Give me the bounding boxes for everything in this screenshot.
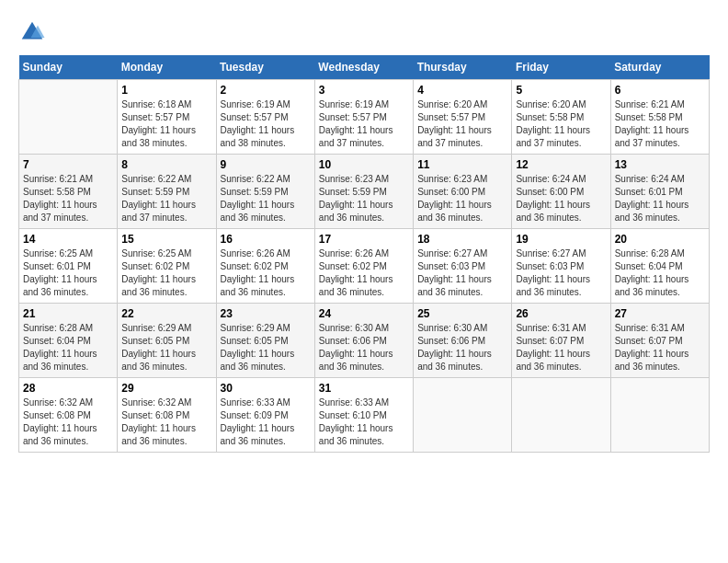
- day-number: 26: [516, 307, 606, 320]
- day-number: 27: [615, 307, 705, 320]
- day-number: 7: [23, 158, 113, 171]
- calendar-cell: 20Sunrise: 6:28 AMSunset: 6:04 PMDayligh…: [610, 229, 709, 304]
- day-number: 17: [319, 233, 409, 246]
- calendar-cell: [610, 378, 709, 453]
- day-number: 13: [615, 158, 705, 171]
- page-header: [18, 18, 710, 46]
- day-info: Sunrise: 6:21 AMSunset: 5:58 PMDaylight:…: [615, 98, 705, 150]
- calendar-cell: 12Sunrise: 6:24 AMSunset: 6:00 PMDayligh…: [512, 155, 610, 229]
- week-row-4: 21Sunrise: 6:28 AMSunset: 6:04 PMDayligh…: [19, 304, 710, 378]
- day-number: 4: [417, 84, 507, 97]
- logo-icon: [18, 18, 46, 46]
- header-wednesday: Wednesday: [314, 55, 413, 80]
- calendar-cell: 5Sunrise: 6:20 AMSunset: 5:58 PMDaylight…: [512, 80, 610, 155]
- day-number: 9: [221, 158, 311, 171]
- calendar-cell: 13Sunrise: 6:24 AMSunset: 6:01 PMDayligh…: [610, 155, 709, 229]
- day-info: Sunrise: 6:32 AMSunset: 6:08 PMDaylight:…: [121, 396, 211, 448]
- day-number: 31: [319, 382, 409, 395]
- calendar-cell: 29Sunrise: 6:32 AMSunset: 6:08 PMDayligh…: [118, 378, 216, 453]
- day-info: Sunrise: 6:31 AMSunset: 6:07 PMDaylight:…: [516, 322, 606, 373]
- day-info: Sunrise: 6:24 AMSunset: 6:01 PMDaylight:…: [615, 173, 705, 224]
- calendar-cell: 30Sunrise: 6:33 AMSunset: 6:09 PMDayligh…: [216, 378, 314, 453]
- day-number: 30: [221, 382, 311, 395]
- calendar-cell: 18Sunrise: 6:27 AMSunset: 6:03 PMDayligh…: [414, 229, 512, 304]
- day-number: 14: [23, 233, 113, 246]
- day-number: 10: [319, 158, 409, 171]
- day-number: 5: [516, 84, 606, 97]
- day-info: Sunrise: 6:22 AMSunset: 5:59 PMDaylight:…: [121, 173, 211, 224]
- day-info: Sunrise: 6:20 AMSunset: 5:57 PMDaylight:…: [417, 98, 507, 150]
- calendar-cell: [19, 80, 118, 155]
- day-info: Sunrise: 6:30 AMSunset: 6:06 PMDaylight:…: [319, 322, 409, 373]
- day-info: Sunrise: 6:33 AMSunset: 6:09 PMDaylight:…: [221, 396, 311, 448]
- week-row-3: 14Sunrise: 6:25 AMSunset: 6:01 PMDayligh…: [19, 229, 710, 304]
- calendar-table: SundayMondayTuesdayWednesdayThursdayFrid…: [18, 55, 710, 453]
- calendar-cell: 8Sunrise: 6:22 AMSunset: 5:59 PMDaylight…: [118, 155, 216, 229]
- calendar-cell: 28Sunrise: 6:32 AMSunset: 6:08 PMDayligh…: [19, 378, 118, 453]
- day-number: 12: [516, 158, 606, 171]
- day-info: Sunrise: 6:29 AMSunset: 6:05 PMDaylight:…: [221, 322, 311, 373]
- calendar-cell: 27Sunrise: 6:31 AMSunset: 6:07 PMDayligh…: [610, 304, 709, 378]
- calendar-cell: 10Sunrise: 6:23 AMSunset: 5:59 PMDayligh…: [314, 155, 413, 229]
- header-tuesday: Tuesday: [216, 55, 314, 80]
- day-number: 22: [121, 307, 211, 320]
- day-info: Sunrise: 6:25 AMSunset: 6:02 PMDaylight:…: [121, 247, 211, 299]
- day-info: Sunrise: 6:26 AMSunset: 6:02 PMDaylight:…: [319, 247, 409, 299]
- day-number: 29: [121, 382, 211, 395]
- header-friday: Friday: [512, 55, 610, 80]
- day-number: 18: [417, 233, 507, 246]
- day-info: Sunrise: 6:19 AMSunset: 5:57 PMDaylight:…: [319, 98, 409, 150]
- day-number: 16: [221, 233, 311, 246]
- calendar-cell: 11Sunrise: 6:23 AMSunset: 6:00 PMDayligh…: [414, 155, 512, 229]
- day-info: Sunrise: 6:24 AMSunset: 6:00 PMDaylight:…: [516, 173, 606, 224]
- day-info: Sunrise: 6:18 AMSunset: 5:57 PMDaylight:…: [121, 98, 211, 150]
- day-number: 6: [615, 84, 705, 97]
- day-info: Sunrise: 6:20 AMSunset: 5:58 PMDaylight:…: [516, 98, 606, 150]
- calendar-cell: 24Sunrise: 6:30 AMSunset: 6:06 PMDayligh…: [314, 304, 413, 378]
- day-number: 19: [516, 233, 606, 246]
- day-info: Sunrise: 6:28 AMSunset: 6:04 PMDaylight:…: [615, 247, 705, 299]
- calendar-cell: 23Sunrise: 6:29 AMSunset: 6:05 PMDayligh…: [216, 304, 314, 378]
- days-header-row: SundayMondayTuesdayWednesdayThursdayFrid…: [19, 55, 710, 80]
- calendar-cell: 15Sunrise: 6:25 AMSunset: 6:02 PMDayligh…: [118, 229, 216, 304]
- week-row-5: 28Sunrise: 6:32 AMSunset: 6:08 PMDayligh…: [19, 378, 710, 453]
- calendar-cell: 14Sunrise: 6:25 AMSunset: 6:01 PMDayligh…: [19, 229, 118, 304]
- day-number: 20: [615, 233, 705, 246]
- day-info: Sunrise: 6:27 AMSunset: 6:03 PMDaylight:…: [417, 247, 507, 299]
- header-thursday: Thursday: [414, 55, 512, 80]
- week-row-2: 7Sunrise: 6:21 AMSunset: 5:58 PMDaylight…: [19, 155, 710, 229]
- day-number: 25: [417, 307, 507, 320]
- header-monday: Monday: [118, 55, 216, 80]
- day-info: Sunrise: 6:31 AMSunset: 6:07 PMDaylight:…: [615, 322, 705, 373]
- calendar-cell: 25Sunrise: 6:30 AMSunset: 6:06 PMDayligh…: [414, 304, 512, 378]
- day-info: Sunrise: 6:29 AMSunset: 6:05 PMDaylight:…: [121, 322, 211, 373]
- calendar-cell: 16Sunrise: 6:26 AMSunset: 6:02 PMDayligh…: [216, 229, 314, 304]
- day-info: Sunrise: 6:25 AMSunset: 6:01 PMDaylight:…: [23, 247, 113, 299]
- day-info: Sunrise: 6:19 AMSunset: 5:57 PMDaylight:…: [221, 98, 311, 150]
- week-row-1: 1Sunrise: 6:18 AMSunset: 5:57 PMDaylight…: [19, 80, 710, 155]
- calendar-cell: [414, 378, 512, 453]
- calendar-cell: [512, 378, 610, 453]
- calendar-cell: 22Sunrise: 6:29 AMSunset: 6:05 PMDayligh…: [118, 304, 216, 378]
- logo: [18, 18, 50, 46]
- calendar-cell: 6Sunrise: 6:21 AMSunset: 5:58 PMDaylight…: [610, 80, 709, 155]
- calendar-cell: 7Sunrise: 6:21 AMSunset: 5:58 PMDaylight…: [19, 155, 118, 229]
- day-number: 2: [221, 84, 311, 97]
- calendar-cell: 9Sunrise: 6:22 AMSunset: 5:59 PMDaylight…: [216, 155, 314, 229]
- calendar-cell: 2Sunrise: 6:19 AMSunset: 5:57 PMDaylight…: [216, 80, 314, 155]
- day-info: Sunrise: 6:27 AMSunset: 6:03 PMDaylight:…: [516, 247, 606, 299]
- calendar-cell: 26Sunrise: 6:31 AMSunset: 6:07 PMDayligh…: [512, 304, 610, 378]
- day-info: Sunrise: 6:32 AMSunset: 6:08 PMDaylight:…: [23, 396, 113, 448]
- calendar-cell: 1Sunrise: 6:18 AMSunset: 5:57 PMDaylight…: [118, 80, 216, 155]
- calendar-cell: 31Sunrise: 6:33 AMSunset: 6:10 PMDayligh…: [314, 378, 413, 453]
- day-info: Sunrise: 6:23 AMSunset: 6:00 PMDaylight:…: [417, 173, 507, 224]
- calendar-cell: 21Sunrise: 6:28 AMSunset: 6:04 PMDayligh…: [19, 304, 118, 378]
- day-number: 15: [121, 233, 211, 246]
- day-number: 3: [319, 84, 409, 97]
- day-number: 21: [23, 307, 113, 320]
- day-number: 28: [23, 382, 113, 395]
- day-info: Sunrise: 6:22 AMSunset: 5:59 PMDaylight:…: [221, 173, 311, 224]
- day-info: Sunrise: 6:21 AMSunset: 5:58 PMDaylight:…: [23, 173, 113, 224]
- day-info: Sunrise: 6:26 AMSunset: 6:02 PMDaylight:…: [221, 247, 311, 299]
- day-number: 1: [121, 84, 211, 97]
